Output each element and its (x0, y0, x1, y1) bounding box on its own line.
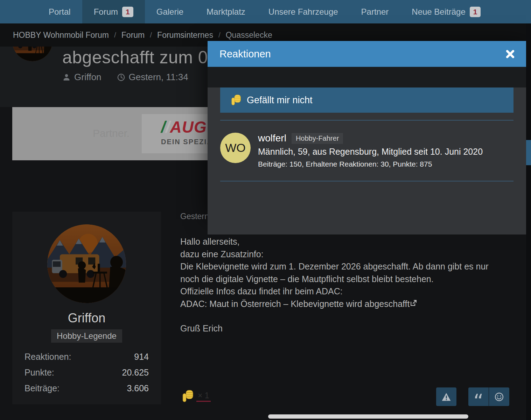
breadcrumb-item-forumsinternes[interactable]: Forumsinternes (157, 30, 213, 40)
user-icon (62, 73, 71, 82)
quote-icon: “ (473, 398, 483, 405)
vertical-scrollbar-track (526, 23, 531, 420)
nav-item-galerie[interactable]: Galerie (145, 0, 195, 23)
external-link-icon[interactable] (410, 299, 417, 307)
modal-header: Reaktionen (208, 41, 526, 67)
clock-icon (117, 73, 125, 82)
nav-item-forum[interactable]: Forum 1 (82, 0, 145, 23)
close-icon[interactable] (505, 49, 515, 59)
post-line: Offizielle Infos dazu findet ihr beim AD… (180, 285, 509, 298)
top-navbar: Portal Forum 1 Galerie Marktplatz Unsere… (0, 0, 531, 23)
reactions-modal: Reaktionen Gefällt mir nicht WO wolferl (208, 41, 526, 214)
thread-author-link[interactable]: Griffon (74, 72, 102, 83)
post-line: Hallo allerseits, (180, 236, 509, 248)
smiley-button[interactable] (489, 387, 509, 406)
divider (220, 120, 513, 120)
post-signature: Gruß Erich (180, 322, 509, 335)
user-rank-badge: Hobby-Fahrer (292, 133, 343, 144)
tab-gefaellt-mir-nicht[interactable]: Gefällt mir nicht (220, 88, 513, 113)
divider (220, 181, 513, 181)
post-body: Hallo allerseits, dazu eine Zusatzinfo: … (180, 236, 509, 335)
user-stats: Beiträge: 150, Erhaltene Reaktionen: 30,… (258, 160, 483, 168)
breadcrumb-item-root[interactable]: HOBBY Wohnmobil Forum (13, 30, 109, 40)
reacting-user-row: WO wolferl Hobby-Fahrer Männlich, 59, au… (220, 133, 513, 168)
nav-item-marktplatz[interactable]: Marktplatz (195, 0, 257, 23)
post-author-name[interactable]: Griffon (12, 311, 161, 326)
camper-avatar-image (47, 224, 126, 303)
thread-title: abgeschafft zum 01 (62, 47, 218, 68)
breadcrumb-separator: / (114, 31, 116, 39)
report-button[interactable] (436, 387, 456, 406)
horizontal-scrollbar-thumb[interactable] (268, 414, 468, 419)
thread-meta: Griffon Gestern, 11:34 (62, 72, 188, 83)
smiley-icon (494, 392, 504, 402)
neue-beitraege-count-badge: 1 (470, 7, 481, 17)
modal-title: Reaktionen (219, 48, 271, 60)
nav-item-portal[interactable]: Portal (37, 0, 82, 23)
warning-triangle-icon (441, 392, 452, 402)
stat-row-reaktionen: Reaktionen: 914 (25, 352, 149, 362)
breadcrumb-separator: / (150, 31, 152, 39)
adac-external-link[interactable]: ADAC: Maut in Österreich – Klebevignette… (180, 299, 410, 309)
thumbs-down-emoji (231, 94, 241, 106)
post-author-card: Griffon Hobby-Legende Reaktionen: 914 Pu… (12, 212, 161, 404)
stat-row-beitraege: Beiträge: 3.606 (25, 383, 149, 393)
breadcrumb-item-quasselecke[interactable]: Quasselecke (226, 30, 272, 40)
user-avatar[interactable]: WO (220, 133, 251, 163)
nav-item-unsere-fahrzeuge[interactable]: Unsere Fahrzeuge (257, 0, 350, 23)
author-rank-badge: Hobby-Legende (51, 329, 122, 343)
vertical-scrollbar-thumb[interactable] (526, 140, 531, 165)
stat-row-punkte: Punkte: 20.625 (25, 368, 149, 378)
forum-count-badge: 1 (122, 7, 133, 17)
breadcrumb-item-forum[interactable]: Forum (121, 30, 145, 40)
user-info: Männlich, 59, aus Regensburg, Mitglied s… (258, 147, 483, 157)
post-author-avatar[interactable] (47, 224, 126, 303)
quote-button[interactable]: “ (468, 387, 489, 406)
post-line: Die Klebevignette wird zum 1. Dezember 2… (180, 260, 509, 285)
user-name-link[interactable]: wolferl (258, 133, 286, 144)
thumbs-down-emoji[interactable] (182, 389, 194, 403)
breadcrumb-separator: / (218, 31, 221, 39)
ad-watermark: Partner. (93, 127, 130, 139)
modal-body: Gefällt mir nicht WO wolferl Hobby-Fahre… (208, 88, 526, 234)
author-stats: Reaktionen: 914 Punkte: 20.625 Beiträge:… (25, 352, 149, 399)
reaction-count-link[interactable]: × 1 (196, 391, 211, 402)
nav-item-partner[interactable]: Partner (350, 0, 400, 23)
post-line: dazu eine Zusatzinfo: (180, 248, 509, 261)
reaction-summary: × 1 (182, 389, 211, 403)
thread-timestamp: Gestern, 11:34 (129, 72, 188, 83)
nav-item-neue-beitraege[interactable]: Neue Beiträge 1 (400, 0, 492, 23)
forum-page: Portal Forum 1 Galerie Marktplatz Unsere… (0, 0, 531, 420)
tab-label: Gefällt mir nicht (247, 95, 313, 106)
